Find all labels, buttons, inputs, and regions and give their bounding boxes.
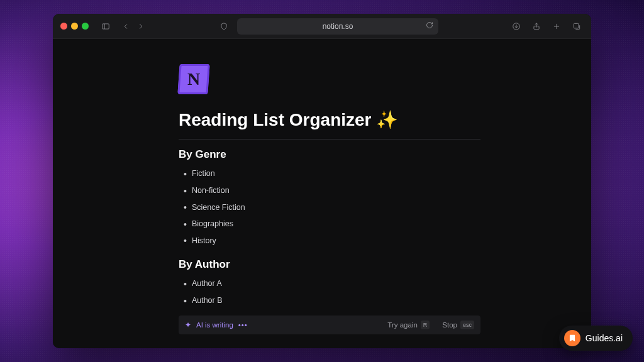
stop-button[interactable]: Stop esc [442, 321, 474, 329]
stop-key: esc [460, 321, 474, 329]
list-item[interactable]: Author B [184, 293, 480, 310]
section-genre: By Genre Fiction Non-fiction Science Fic… [179, 148, 480, 250]
try-again-key: R [421, 321, 430, 329]
list-item[interactable]: History [184, 233, 480, 250]
section-heading[interactable]: By Author [179, 258, 480, 271]
bookmark-icon [564, 330, 580, 346]
window-controls [60, 23, 89, 30]
new-tab-icon[interactable] [550, 19, 564, 33]
address-bar[interactable]: notion.so [237, 18, 438, 35]
section-author: By Author Author A Author B [179, 258, 480, 309]
browser-titlebar: notion.so [53, 14, 591, 39]
sidebar-toggle-icon[interactable] [99, 19, 113, 33]
svg-rect-7 [574, 23, 579, 28]
forward-button[interactable] [134, 19, 148, 33]
tabs-overview-icon[interactable] [570, 19, 584, 33]
ai-status-bar: ✦ AI is writing ••• Try again R Stop esc [179, 315, 480, 334]
downloads-icon[interactable] [509, 19, 523, 33]
shield-icon[interactable] [217, 19, 231, 33]
list-item[interactable]: Biographies [184, 216, 480, 233]
maximize-window-button[interactable] [82, 23, 89, 30]
list-item[interactable]: Science Fiction [184, 199, 480, 216]
notion-logo-icon: N [177, 64, 209, 94]
minimize-window-button[interactable] [71, 23, 78, 30]
page-title[interactable]: Reading List Organizer ✨ [179, 109, 480, 130]
list-item[interactable]: Non-fiction [184, 183, 480, 200]
try-again-button[interactable]: Try again R [387, 321, 430, 329]
close-window-button[interactable] [60, 23, 67, 30]
list-item[interactable]: Fiction [184, 166, 480, 183]
guides-ai-pill[interactable]: Guides.ai [559, 326, 633, 351]
svg-rect-0 [103, 23, 109, 28]
browser-window: notion.so N Reading List Organizer ✨ By … [53, 14, 591, 348]
page-body: N Reading List Organizer ✨ By Genre Fict… [53, 39, 591, 348]
title-divider [179, 139, 480, 140]
list-item[interactable]: Author A [184, 276, 480, 293]
guides-label: Guides.ai [586, 333, 623, 343]
back-button[interactable] [119, 19, 133, 33]
refresh-icon[interactable] [426, 21, 433, 31]
logo-letter: N [187, 69, 200, 89]
url-text: notion.so [323, 22, 353, 31]
share-icon[interactable] [530, 19, 543, 33]
loading-dots-icon: ••• [238, 321, 248, 329]
sparkle-icon: ✦ [185, 321, 191, 329]
section-heading[interactable]: By Genre [179, 148, 480, 161]
ai-status-text: AI is writing [196, 321, 233, 329]
